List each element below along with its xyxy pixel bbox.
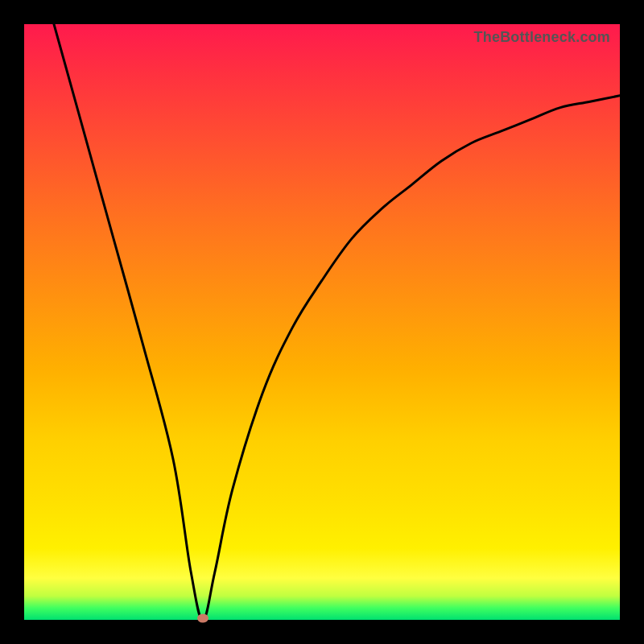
minimum-marker (197, 614, 208, 623)
curve-svg (24, 24, 620, 620)
plot-area: TheBottleneck.com (24, 24, 620, 620)
bottleneck-curve-path (54, 24, 620, 620)
chart-frame: TheBottleneck.com (0, 0, 644, 644)
